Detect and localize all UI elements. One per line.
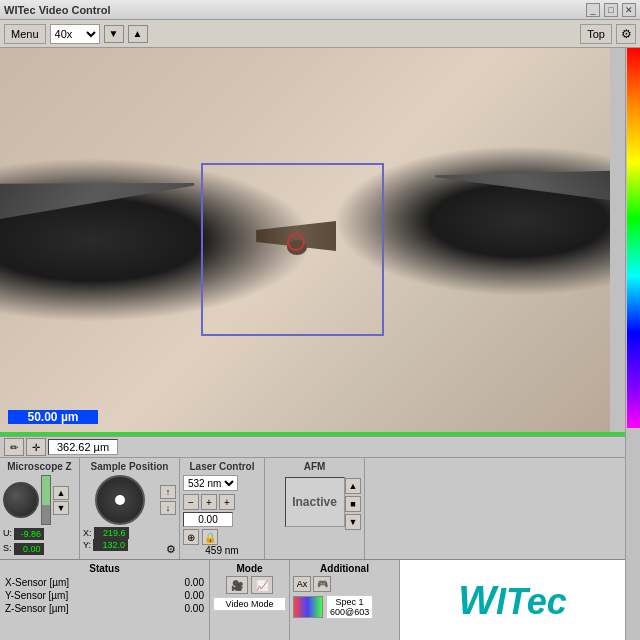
sample-position-title: Sample Position xyxy=(83,461,176,472)
status-title: Status xyxy=(3,563,206,574)
coord-y-label: Y: xyxy=(83,540,91,550)
left-area: 50.00 µm ✏ ✛ 362.62 µm Microscope Z ▲ xyxy=(0,48,625,640)
microscope-image xyxy=(0,48,610,432)
coord-y-value: 132.0 xyxy=(93,539,128,551)
toolbar-up-icon[interactable]: ▲ xyxy=(128,25,148,43)
status-row-z: Z-Sensor [µm] 0.00 xyxy=(3,602,206,615)
pos-arrows: ↑ ↓ xyxy=(160,485,176,515)
laser-nm-display: 459 nm xyxy=(183,545,261,556)
z-sensor-label: Z-Sensor [µm] xyxy=(5,603,69,614)
laser-value-display: 0.00 xyxy=(183,512,233,527)
laser-buttons: − + + xyxy=(183,494,261,510)
afm-up-button[interactable]: ▲ xyxy=(345,478,361,494)
window-title: WITec Video Control xyxy=(4,4,111,16)
additional-panel: Additional Ax 🎮 Spec 1600@603 xyxy=(290,560,400,640)
z-u-value: -9.86 xyxy=(14,528,44,540)
afm-down-button[interactable]: ▼ xyxy=(345,514,361,530)
sample-joystick[interactable] xyxy=(95,475,145,525)
add-btn-2[interactable]: 🎮 xyxy=(313,576,331,592)
close-button[interactable]: ✕ xyxy=(622,3,636,17)
minimize-button[interactable]: _ xyxy=(586,3,600,17)
control-panels: Microscope Z ▲ ▼ U: -9.86 S: 0.00 xyxy=(0,457,625,559)
spec-icon xyxy=(293,596,323,618)
settings-button[interactable]: ⚙ xyxy=(616,24,636,44)
mode-title: Mode xyxy=(213,563,286,574)
scale-bar: 50.00 µm xyxy=(8,410,98,424)
z-down-button[interactable]: ▼ xyxy=(53,501,69,515)
crosshair-button[interactable]: ✛ xyxy=(26,438,46,456)
laser-control-panel: Laser Control 532 nm 488 nm 633 nm − + +… xyxy=(180,458,265,559)
needle-right xyxy=(434,151,610,210)
needle-left xyxy=(0,155,197,232)
z-knob[interactable] xyxy=(3,482,39,518)
maximize-button[interactable]: □ xyxy=(604,3,618,17)
right-sidebar xyxy=(625,48,640,640)
zoom-select[interactable]: 40x 10x 20x 100x xyxy=(50,24,100,44)
coord-x-row: X: 219.6 xyxy=(83,527,176,539)
y-sensor-label: Y-Sensor [µm] xyxy=(5,590,68,601)
status-row-y: Y-Sensor [µm] 0.00 xyxy=(3,589,206,602)
spec-row: Spec 1600@603 xyxy=(293,595,396,619)
z-s-value-row: S: 0.00 xyxy=(3,543,76,555)
laser-icons: ⊕ 🔒 xyxy=(183,529,261,545)
scale-bar-container: 50.00 µm xyxy=(8,410,98,424)
laser-icon1[interactable]: ⊕ xyxy=(183,529,199,545)
menu-button[interactable]: Menu xyxy=(4,24,46,44)
mode-panel: Mode 🎥 📈 Video Mode xyxy=(210,560,290,640)
laser-minus-button[interactable]: − xyxy=(183,494,199,510)
top-button[interactable]: Top xyxy=(580,24,612,44)
z-sensor-value: 0.00 xyxy=(164,603,204,614)
z-controls: ▲ ▼ xyxy=(3,475,76,525)
video-canvas[interactable]: 50.00 µm xyxy=(0,48,610,432)
spec-label: Spec 1600@603 xyxy=(326,595,373,619)
wavelength-select[interactable]: 532 nm 488 nm 633 nm xyxy=(183,475,238,491)
microscope-z-title: Microscope Z xyxy=(3,461,76,472)
toolbar-right: Top ⚙ xyxy=(580,24,636,44)
laser-plus-button[interactable]: + xyxy=(201,494,217,510)
z-s-label: S: xyxy=(3,543,12,555)
z-s-value: 0.00 xyxy=(14,543,44,555)
afm-panel: AFM Inactive ▲ ■ ▼ xyxy=(265,458,365,559)
afm-inactive-display: Inactive xyxy=(285,477,345,527)
afm-side-controls: ▲ ■ ▼ xyxy=(345,478,361,530)
z-slider[interactable] xyxy=(41,475,51,525)
mode-icons: 🎥 📈 xyxy=(213,576,286,594)
coord-x-value: 219.6 xyxy=(94,527,129,539)
z-u-label: U: xyxy=(3,528,12,540)
sample-position-panel: Sample Position ↑ ↓ X: 219.6 xyxy=(80,458,180,559)
sample-settings-icon[interactable]: ⚙ xyxy=(166,543,176,556)
laser-control-title: Laser Control xyxy=(183,461,261,472)
pos-up-button[interactable]: ↑ xyxy=(160,485,176,499)
z-arrows: ▲ ▼ xyxy=(53,486,69,515)
pos-down-button[interactable]: ↓ xyxy=(160,501,176,515)
mode-label: Video Mode xyxy=(213,597,286,611)
color-scale-strip xyxy=(627,48,640,428)
window-controls: _ □ ✕ xyxy=(586,3,636,17)
toolbar-down-icon[interactable]: ▼ xyxy=(104,25,124,43)
video-tools-row: ✏ ✛ 362.62 µm xyxy=(0,436,625,457)
z-value-row: U: -9.86 xyxy=(3,528,76,540)
coord-x-label: X: xyxy=(83,528,92,538)
add-btn-1[interactable]: Ax xyxy=(293,576,311,592)
draw-tool-button[interactable]: ✏ xyxy=(4,438,24,456)
main-toolbar: Menu 40x 10x 20x 100x ▼ ▲ Top ⚙ xyxy=(0,20,640,48)
microscope-z-panel: Microscope Z ▲ ▼ U: -9.86 S: 0.00 xyxy=(0,458,80,559)
waveform-mode-icon[interactable]: 📈 xyxy=(251,576,273,594)
afm-title: AFM xyxy=(268,461,361,472)
sample-controls: ↑ ↓ xyxy=(83,475,176,525)
afm-mid-button[interactable]: ■ xyxy=(345,496,361,512)
coord-y-row: Y: 132.0 xyxy=(83,539,176,551)
z-up-button[interactable]: ▲ xyxy=(53,486,69,500)
joystick-dot xyxy=(115,495,125,505)
witec-w: W xyxy=(458,578,496,622)
laser-add-button[interactable]: + xyxy=(219,494,235,510)
video-mode-icon[interactable]: 🎥 xyxy=(226,576,248,594)
laser-lock-icon[interactable]: 🔒 xyxy=(202,529,218,545)
target-circle xyxy=(287,233,305,251)
bottom-panels: Status X-Sensor [µm] 0.00 Y-Sensor [µm] … xyxy=(0,559,625,640)
x-sensor-value: 0.00 xyxy=(164,577,204,588)
main-content: 50.00 µm ✏ ✛ 362.62 µm Microscope Z ▲ xyxy=(0,48,640,640)
additional-controls: Ax 🎮 xyxy=(293,576,396,592)
y-sensor-value: 0.00 xyxy=(164,590,204,601)
scale-bar-text: 50.00 µm xyxy=(28,410,79,424)
